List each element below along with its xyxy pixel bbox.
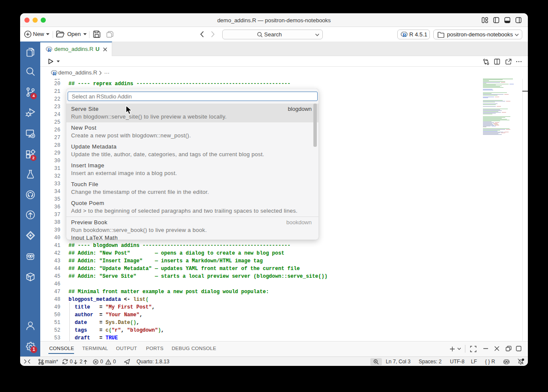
svg-text:R: R [53, 71, 57, 76]
svg-text:R: R [402, 32, 407, 38]
svg-text:R: R [48, 48, 51, 52]
